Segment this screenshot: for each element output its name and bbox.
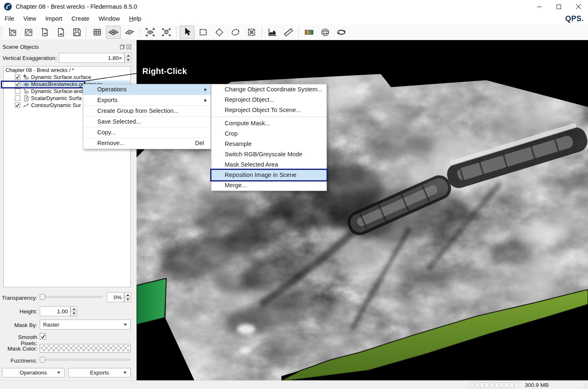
select-lasso-button[interactable] — [228, 26, 243, 39]
visibility-checkbox[interactable] — [15, 103, 20, 108]
select-rectangle-button[interactable] — [196, 26, 211, 39]
spin-down-button[interactable] — [124, 298, 131, 303]
table-view-button[interactable] — [90, 26, 105, 39]
close-button[interactable] — [569, 0, 588, 13]
float-panel-button[interactable] — [120, 44, 125, 50]
open-geopicture-button[interactable] — [53, 26, 68, 39]
height-spinner — [70, 306, 77, 316]
menu-item-compute-mask[interactable]: Compute Mask... — [211, 118, 326, 129]
maximize-button[interactable] — [549, 0, 569, 13]
menu-bar: File View Import Create Window Help QPS. — [0, 13, 588, 24]
menu-item-label: Switch RGB/Greyscale Mode — [225, 151, 302, 158]
clear-selection-button[interactable] — [244, 26, 259, 39]
menu-item-reposition-image-in-scene[interactable]: Reposition Image in Scene — [211, 170, 326, 180]
minimize-icon — [537, 5, 542, 9]
fuzziness-slider[interactable] — [40, 356, 131, 363]
toolbar-drag-handle[interactable] — [1, 27, 3, 38]
menu-import[interactable]: Import — [41, 13, 67, 24]
memory-meter-cell — [470, 382, 474, 388]
memory-meter-cell — [505, 382, 509, 388]
menu-item-switch-rgb-greyscale[interactable]: Switch RGB/Greyscale Mode — [211, 149, 326, 160]
tilted-surface-view-button[interactable] — [122, 26, 137, 39]
new-scene-button[interactable] — [5, 26, 20, 39]
green-surface-patch-left — [137, 278, 166, 325]
menu-item-resample[interactable]: Resample — [211, 139, 326, 149]
tree-root-label: Chapter 08 - Brest wrecks / * — [5, 67, 74, 73]
vertical-exaggeration-label: Vertical Exaggeration: — [2, 55, 57, 61]
tree-root[interactable]: Chapter 08 - Brest wrecks / * — [4, 67, 130, 74]
visibility-checkbox[interactable] — [15, 74, 20, 80]
select-cursor-button[interactable] — [180, 26, 194, 39]
menu-item-operations[interactable]: Operations — [83, 84, 211, 95]
menu-create[interactable]: Create — [67, 13, 94, 24]
menu-item-save-selected[interactable]: Save Selected... — [83, 117, 211, 127]
menu-item-reproject-object[interactable]: Reproject Object... — [211, 95, 326, 105]
menu-item-reproject-object-to-scene[interactable]: Reproject Object To Scene... — [211, 105, 326, 115]
mask-by-value: Raster — [43, 322, 60, 328]
spin-down-button[interactable] — [125, 58, 132, 63]
menu-item-label: Copy... — [97, 129, 116, 136]
fit-cube-button[interactable] — [159, 26, 174, 39]
menu-view[interactable]: View — [19, 13, 41, 24]
vertical-exaggeration-spinner — [125, 53, 132, 63]
spin-down-button[interactable] — [70, 312, 77, 317]
context-menu: Operations Exports Create Group from Sel… — [83, 84, 211, 149]
rotate-view-button[interactable] — [334, 26, 349, 39]
operations-dropdown-button[interactable]: Operations — [2, 368, 65, 377]
slider-handle[interactable] — [40, 294, 45, 300]
save-button[interactable] — [70, 26, 84, 39]
menu-item-create-group[interactable]: Create Group from Selection... — [83, 106, 211, 117]
height-input[interactable] — [40, 306, 70, 316]
menu-file[interactable]: File — [0, 13, 19, 24]
grid-3d-icon — [320, 27, 331, 38]
new-geopicture-button[interactable] — [37, 26, 52, 39]
menu-item-merge[interactable]: Merge... — [211, 180, 326, 191]
menu-item-copy[interactable]: Copy... — [83, 127, 211, 138]
select-polygon-button[interactable] — [212, 26, 227, 39]
smooth-pixels-checkbox[interactable] — [40, 333, 46, 339]
measure-ruler-button[interactable] — [281, 26, 296, 39]
menu-item-exports[interactable]: Exports — [83, 95, 211, 106]
visibility-checkbox[interactable] — [15, 88, 20, 94]
slider-handle[interactable] — [40, 357, 45, 363]
mask-color-label: Mask Color: — [0, 346, 37, 352]
clear-selection-icon — [246, 27, 257, 38]
tree-item-dynamic-surface[interactable]: Dynamic Surface.surface — [15, 74, 130, 81]
menu-item-remove[interactable]: Remove... Del — [83, 138, 211, 149]
open-scene-button[interactable] — [21, 26, 36, 39]
transparency-input[interactable] — [107, 292, 124, 302]
memory-usage-text: 300.9 MB — [525, 382, 549, 388]
new-geopicture-icon — [39, 27, 50, 38]
mask-by-combo[interactable]: Raster — [40, 320, 131, 329]
colormap-button[interactable] — [302, 26, 317, 39]
toolbar-drag-handle[interactable] — [86, 27, 88, 38]
menu-window[interactable]: Window — [94, 13, 125, 24]
transparency-slider[interactable] — [40, 293, 103, 301]
resize-grip-icon[interactable] — [582, 383, 587, 388]
menu-item-change-coordinate-system[interactable]: Change Object Coordinate System... — [211, 84, 326, 95]
arrow-up-icon — [72, 308, 76, 310]
measure-ruler-icon — [283, 27, 294, 38]
spin-up-button[interactable] — [125, 53, 132, 58]
chevron-down-icon — [57, 372, 60, 374]
mask-color-swatch[interactable] — [40, 344, 131, 353]
spin-up-button[interactable] — [124, 292, 131, 298]
vertical-exaggeration-input[interactable] — [59, 53, 125, 63]
spin-up-button[interactable] — [70, 306, 77, 312]
right-click-annotation: Right-Click — [142, 67, 187, 76]
menu-item-mask-selected-area[interactable]: Mask Selected Area — [211, 160, 326, 170]
visibility-checkbox[interactable] — [15, 95, 20, 101]
menu-item-label: Change Object Coordinate System... — [225, 86, 322, 93]
minimize-button[interactable] — [530, 0, 549, 13]
memory-meter — [470, 382, 518, 388]
flat-surface-icon — [108, 27, 119, 38]
menu-item-crop[interactable]: Crop — [211, 129, 326, 139]
grid-3d-button[interactable] — [318, 26, 333, 39]
flat-surface-view-button[interactable] — [106, 26, 121, 39]
menu-help[interactable]: Help — [125, 13, 146, 24]
exports-dropdown-button[interactable]: Exports — [68, 368, 131, 377]
select-rect-icon — [198, 27, 209, 38]
profile-chart-button[interactable] — [265, 26, 280, 39]
close-panel-button[interactable] — [126, 44, 132, 50]
fit-surface-button[interactable] — [143, 26, 158, 39]
